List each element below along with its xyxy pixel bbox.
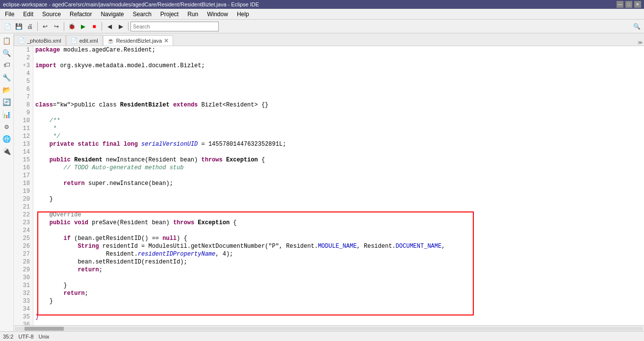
code-line-1[interactable]: package modules.agedCare.Resident; xyxy=(35,46,642,54)
toolbar-separator-2 xyxy=(64,22,64,31)
stop-button[interactable]: ■ xyxy=(89,21,100,32)
line-number-34: 34 xyxy=(14,305,33,313)
code-editor[interactable]: 12+3456789101112131415161718192021222324… xyxy=(14,46,644,325)
close-button[interactable]: ✕ xyxy=(634,1,641,8)
gear-icon[interactable]: ⚙ xyxy=(1,121,12,132)
line-number-14: 14 xyxy=(14,148,33,156)
code-line-5[interactable] xyxy=(35,78,642,85)
menu-item-navigate[interactable]: Navigate xyxy=(97,10,128,19)
code-line-7[interactable] xyxy=(35,93,642,101)
tag-icon[interactable]: 🏷 xyxy=(1,60,12,71)
h-scrollbar[interactable] xyxy=(14,325,644,331)
line-number-16: 16 xyxy=(14,164,33,172)
chart-icon[interactable]: 📊 xyxy=(1,109,12,120)
plugin-icon[interactable]: 🔌 xyxy=(1,146,12,157)
minimize-button[interactable]: — xyxy=(617,1,623,8)
menu-item-window[interactable]: Window xyxy=(203,10,232,19)
status-bar: 35:2 UTF-8 Unix xyxy=(0,331,644,341)
menu-item-help[interactable]: Help xyxy=(233,10,253,19)
globe-icon[interactable]: 🌐 xyxy=(1,133,12,144)
debug-button[interactable]: 🐞 xyxy=(66,21,77,32)
line-number-32: 32 xyxy=(14,289,33,297)
code-line-32[interactable]: return; xyxy=(35,289,642,297)
menu-item-refactor[interactable]: Refactor xyxy=(66,10,96,19)
code-line-14[interactable] xyxy=(35,148,642,156)
code-line-24[interactable] xyxy=(35,227,642,235)
code-line-28[interactable]: bean.setResidentID(residentId); xyxy=(35,258,642,266)
code-line-11[interactable]: * xyxy=(35,125,642,132)
code-line-25[interactable]: if (bean.getResidentID() == null) { xyxy=(35,235,642,242)
line-number-13: 13 xyxy=(14,140,33,148)
code-line-30[interactable] xyxy=(35,274,642,282)
code-line-31[interactable]: } xyxy=(35,282,642,289)
code-line-22[interactable]: @Override xyxy=(35,211,642,219)
code-line-34[interactable] xyxy=(35,305,642,313)
code-line-12[interactable]: */ xyxy=(35,132,642,140)
tab-label-0: _photoBio.xml xyxy=(27,38,61,44)
line-number-25: 25 xyxy=(14,235,33,242)
prev-button[interactable]: ◀ xyxy=(104,21,115,32)
clipboard-icon[interactable]: 📋 xyxy=(1,35,12,46)
menu-item-file[interactable]: File xyxy=(1,10,18,19)
redo-button[interactable]: ↪ xyxy=(51,21,62,32)
editor-area: 📄_photoBio.xml📄edit.xml☕ResidentBizlet.j… xyxy=(14,33,644,331)
code-line-3[interactable]: import org.skyve.metadata.model.document… xyxy=(35,62,642,70)
code-line-9[interactable] xyxy=(35,109,642,117)
code-line-10[interactable]: /** xyxy=(35,117,642,125)
menu-item-search[interactable]: Search xyxy=(129,10,155,19)
menu-item-source[interactable]: Source xyxy=(38,10,65,19)
tab-residentbizlet-java[interactable]: ☕ResidentBizlet.java✕ xyxy=(103,35,174,46)
save-button[interactable]: 💾 xyxy=(13,21,24,32)
maximize-button[interactable]: □ xyxy=(625,1,632,8)
tab-edit-xml[interactable]: 📄edit.xml xyxy=(66,35,103,46)
line-number-19: 19 xyxy=(14,187,33,195)
code-line-33[interactable]: } xyxy=(35,297,642,305)
title-bar: eclipse-workspace - agedCare/src/main/ja… xyxy=(0,0,644,9)
line-number-11: 11 xyxy=(14,125,33,132)
tab--photobio-xml[interactable]: 📄_photoBio.xml xyxy=(14,35,66,46)
code-line-13[interactable]: private static final long serialVersionU… xyxy=(35,140,642,148)
new-button[interactable]: 📄 xyxy=(2,21,13,32)
code-line-16[interactable]: // TODO Auto-generated method stub xyxy=(35,164,642,172)
run-button[interactable]: ▶ xyxy=(77,21,88,32)
tab-overflow[interactable]: ≫ xyxy=(636,40,644,46)
line-number-23: 23 xyxy=(14,219,33,227)
undo-button[interactable]: ↩ xyxy=(40,21,51,32)
code-line-23[interactable]: public void preSave(Resident bean) throw… xyxy=(35,219,642,227)
next-button[interactable]: ▶ xyxy=(115,21,126,32)
line-number-6: 6 xyxy=(14,85,33,93)
code-line-17[interactable] xyxy=(35,172,642,180)
code-line-35[interactable]: } xyxy=(35,313,642,321)
code-line-2[interactable] xyxy=(35,54,642,62)
code-line-6[interactable] xyxy=(35,85,642,93)
code-line-29[interactable]: return; xyxy=(35,266,642,274)
menu-item-edit[interactable]: Edit xyxy=(19,10,37,19)
menu-item-project[interactable]: Project xyxy=(156,10,182,19)
toolbar-separator-1 xyxy=(37,22,38,31)
tab-bar: 📄_photoBio.xml📄edit.xml☕ResidentBizlet.j… xyxy=(14,33,644,46)
code-content[interactable]: package modules.agedCare.Resident; impor… xyxy=(33,46,644,325)
search-icon[interactable]: 🔍 xyxy=(1,48,12,58)
refresh-icon[interactable]: 🔄 xyxy=(1,97,12,107)
line-number-33: 33 xyxy=(14,297,33,305)
code-line-26[interactable]: String residentId = ModulesUtil.getNextD… xyxy=(35,242,642,250)
search-input[interactable] xyxy=(130,22,219,31)
code-line-19[interactable] xyxy=(35,187,642,195)
code-line-27[interactable]: Resident.residentIDPropertyName, 4); xyxy=(35,250,642,258)
folder-icon[interactable]: 📂 xyxy=(1,84,12,95)
code-line-20[interactable]: } xyxy=(35,195,642,203)
line-number-10: 10 xyxy=(14,117,33,125)
print-button[interactable]: 🖨 xyxy=(25,21,35,32)
code-line-8[interactable]: class="kw">public class ResidentBizlet e… xyxy=(35,101,642,109)
code-line-21[interactable] xyxy=(35,203,642,211)
code-line-15[interactable]: public Resident newInstance(Resident bea… xyxy=(35,156,642,164)
code-line-4[interactable] xyxy=(35,70,642,78)
h-scroll-thumb[interactable] xyxy=(25,327,64,331)
search-icon-button[interactable]: 🔍 xyxy=(631,21,642,32)
code-line-36[interactable] xyxy=(35,321,642,325)
menu-item-run[interactable]: Run xyxy=(183,10,202,19)
tab-close-2[interactable]: ✕ xyxy=(164,37,169,44)
wrench-icon[interactable]: 🔧 xyxy=(1,72,12,83)
line-ending: Unix xyxy=(39,334,50,340)
code-line-18[interactable]: return super.newInstance(bean); xyxy=(35,180,642,187)
